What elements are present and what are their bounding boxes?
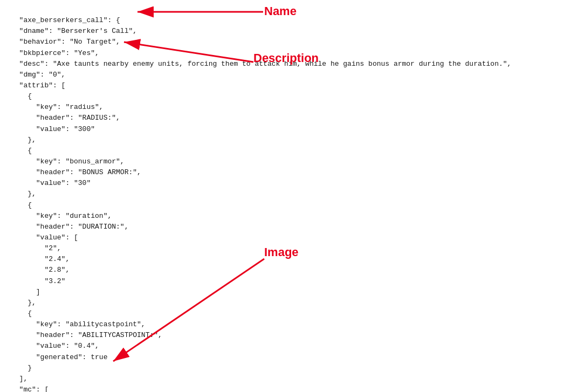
name-annotation: Name xyxy=(264,4,297,18)
description-annotation: Description xyxy=(253,51,319,65)
name-label: Name xyxy=(264,4,297,18)
image-annotation: Image xyxy=(264,245,299,259)
description-label: Description xyxy=(253,51,319,65)
image-label: Image xyxy=(264,245,299,259)
code-content: "axe_berserkers_call": { "dname": "Berse… xyxy=(11,16,511,392)
